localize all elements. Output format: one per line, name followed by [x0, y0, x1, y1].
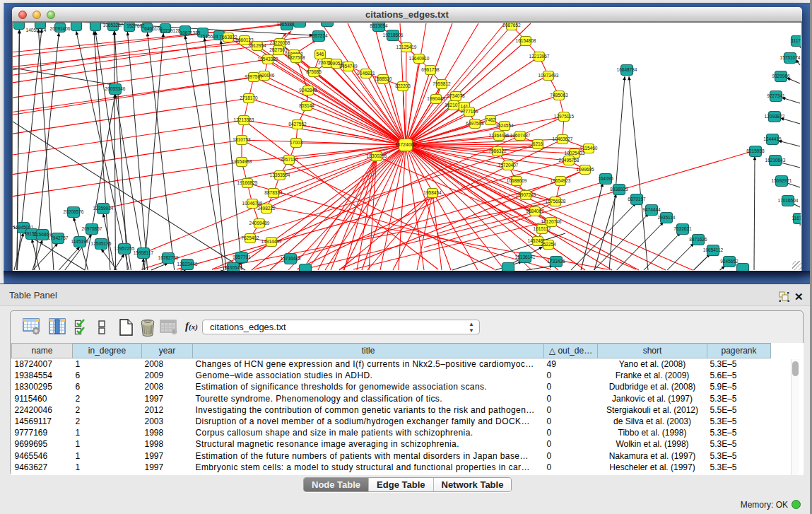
svg-text:10046798: 10046798 — [242, 201, 263, 206]
svg-text:13353594: 13353594 — [270, 173, 290, 177]
svg-text:20975857: 20975857 — [82, 226, 102, 231]
svg-text:10463627: 10463627 — [553, 136, 573, 141]
svg-text:8454749: 8454749 — [339, 64, 358, 69]
svg-text:16543382: 16543382 — [258, 57, 278, 62]
svg-text:7462: 7462 — [486, 117, 496, 122]
svg-text:9329966: 9329966 — [772, 74, 790, 78]
svg-text:21364436: 21364436 — [489, 133, 510, 138]
svg-text:9857791: 9857791 — [233, 255, 251, 259]
svg-text:9430547: 9430547 — [224, 265, 242, 270]
svg-text:23226058: 23226058 — [270, 40, 290, 45]
svg-text:9115460: 9115460 — [580, 146, 598, 151]
svg-text:14914439: 14914439 — [261, 239, 282, 244]
svg-text:1588520: 1588520 — [374, 76, 392, 81]
svg-text:10654112: 10654112 — [703, 247, 724, 252]
svg-text:19166825: 19166825 — [237, 180, 258, 185]
svg-text:12093872: 12093872 — [765, 114, 785, 119]
svg-text:15136141: 15136141 — [515, 255, 536, 259]
svg-text:23495758: 23495758 — [559, 158, 579, 163]
svg-text:18300295: 18300295 — [367, 153, 387, 158]
svg-text:8938923: 8938923 — [610, 187, 628, 192]
svg-text:11170: 11170 — [791, 38, 801, 43]
svg-text:12213967: 12213967 — [529, 54, 550, 59]
svg-text:20091406: 20091406 — [50, 26, 71, 31]
svg-text:7357224: 7357224 — [310, 33, 328, 38]
svg-text:164095: 164095 — [598, 176, 613, 181]
svg-text:803144: 803144 — [299, 103, 314, 108]
svg-text:9242848: 9242848 — [299, 88, 317, 93]
svg-text:8813054: 8813054 — [370, 23, 388, 28]
svg-text:15720407: 15720407 — [498, 163, 519, 168]
svg-text:14055714: 14055714 — [26, 28, 47, 33]
svg-text:18907249: 18907249 — [516, 192, 536, 197]
svg-text:19218506: 19218506 — [383, 33, 404, 37]
svg-text:12213383: 12213383 — [234, 117, 254, 122]
svg-text:10607487: 10607487 — [510, 133, 531, 138]
svg-text:15716485: 15716485 — [281, 256, 301, 261]
svg-text:2087652: 2087652 — [502, 23, 521, 28]
svg-text:8215958: 8215958 — [746, 148, 765, 153]
svg-text:7515524: 7515524 — [200, 34, 218, 39]
svg-text:20053346: 20053346 — [105, 86, 126, 91]
svg-text:6497508: 6497508 — [466, 121, 484, 126]
svg-text:16648784: 16648784 — [617, 67, 637, 72]
svg-text:7625402: 7625402 — [241, 235, 259, 240]
svg-text:3912954: 3912954 — [248, 43, 266, 48]
svg-text:12823446: 12823446 — [177, 262, 198, 267]
svg-text:2718170: 2718170 — [240, 95, 258, 100]
svg-text:8471626: 8471626 — [689, 237, 707, 242]
svg-text:9227341: 9227341 — [767, 93, 785, 98]
svg-text:8878334: 8878334 — [264, 190, 283, 195]
svg-text:1244415: 1244415 — [763, 136, 782, 141]
svg-text:10671355: 10671355 — [180, 30, 201, 35]
svg-text:3498222: 3498222 — [257, 206, 276, 211]
svg-text:13640910: 13640910 — [409, 56, 430, 61]
svg-text:15751074: 15751074 — [780, 55, 801, 60]
svg-text:1733426: 1733426 — [547, 259, 565, 264]
svg-text:17957255: 17957255 — [114, 246, 135, 251]
svg-text:6961758: 6961758 — [421, 67, 440, 72]
svg-text:3624554: 3624554 — [495, 123, 514, 128]
svg-text:7663822: 7663822 — [219, 35, 237, 40]
svg-text:10025433: 10025433 — [565, 151, 585, 156]
svg-text:18724007: 18724007 — [394, 142, 416, 147]
svg-text:9397567: 9397567 — [245, 74, 263, 79]
svg-text:10973493: 10973493 — [539, 73, 559, 78]
svg-text:7955812: 7955812 — [433, 81, 451, 86]
svg-text:15692971: 15692971 — [772, 178, 792, 183]
svg-text:8660123: 8660123 — [235, 37, 254, 42]
svg-text:875685: 875685 — [306, 69, 322, 74]
svg-text:15958117: 15958117 — [134, 250, 154, 255]
svg-text:19654953: 19654953 — [232, 159, 252, 164]
svg-text:1958454: 1958454 — [423, 190, 442, 195]
svg-text:3267110: 3267110 — [281, 157, 298, 162]
svg-text:7485063: 7485063 — [550, 93, 568, 98]
svg-text:9245652: 9245652 — [720, 259, 739, 264]
svg-text:10719128: 10719128 — [160, 28, 181, 33]
svg-text:546: 546 — [317, 52, 324, 57]
svg-text:10653287: 10653287 — [103, 23, 124, 28]
svg-text:1527602: 1527602 — [126, 23, 145, 28]
svg-text:17942757: 17942757 — [48, 235, 69, 240]
svg-text:1145193: 1145193 — [71, 239, 89, 244]
svg-text:9474444: 9474444 — [642, 207, 661, 212]
svg-text:1990443: 1990443 — [427, 96, 445, 101]
svg-text:16120746: 16120746 — [541, 219, 562, 224]
svg-text:8427552: 8427552 — [288, 122, 307, 127]
svg-text:252254: 252254 — [541, 242, 556, 247]
svg-text:1810753: 1810753 — [233, 137, 251, 142]
svg-text:16210643: 16210643 — [765, 158, 786, 163]
svg-text:16782759: 16782759 — [158, 255, 179, 260]
svg-text:1099695: 1099695 — [576, 167, 594, 172]
svg-text:12359934: 12359934 — [93, 206, 114, 211]
svg-text:2935114: 2935114 — [658, 215, 676, 220]
svg-text:9327508: 9327508 — [287, 55, 305, 60]
svg-text:9146821: 9146821 — [357, 71, 375, 76]
svg-text:116753: 116753 — [792, 216, 801, 221]
svg-text:13125419: 13125419 — [396, 45, 417, 49]
svg-text:6879197: 6879197 — [628, 197, 646, 201]
svg-text:7986322: 7986322 — [488, 148, 507, 153]
svg-text:1615112: 1615112 — [534, 226, 551, 231]
svg-text:12505135: 12505135 — [91, 241, 112, 246]
svg-text:9777169: 9777169 — [460, 109, 478, 114]
